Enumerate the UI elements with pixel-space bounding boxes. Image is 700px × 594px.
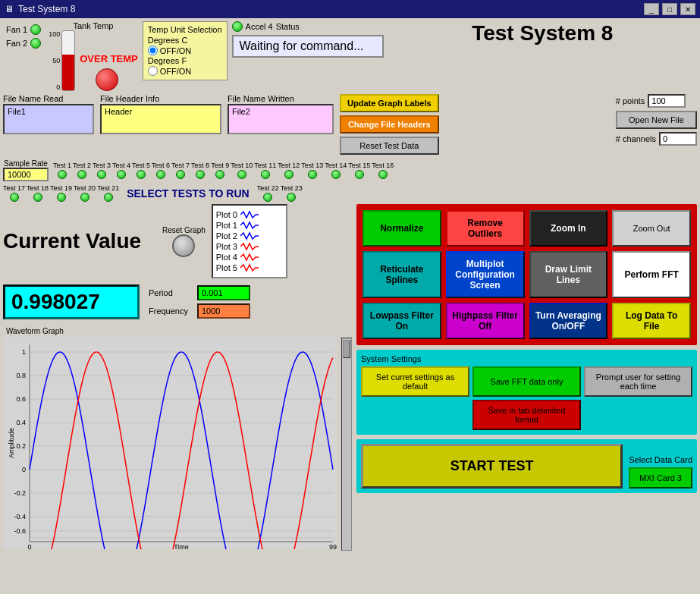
test-item: Test 21 — [97, 184, 119, 203]
file-name-read-label: File Name Read — [3, 94, 94, 103]
svg-text:0.4: 0.4 — [16, 419, 26, 426]
svg-text:99: 99 — [329, 543, 337, 549]
scrollbar-thumb[interactable] — [343, 340, 350, 358]
svg-text:1: 1 — [22, 348, 26, 356]
plot-icon-5 — [240, 263, 259, 272]
svg-text:-0.6: -0.6 — [14, 527, 26, 535]
minimize-button[interactable]: _ — [644, 3, 659, 15]
app-title: Test System 8 — [472, 21, 613, 45]
file-name-written-input[interactable]: File2 — [228, 104, 334, 134]
test-item: Test 20 — [74, 184, 96, 203]
fan1-row: Fan 1 — [6, 24, 41, 35]
thermo-scale: 100 50 0 — [49, 30, 60, 91]
svg-text:-0.4: -0.4 — [14, 513, 26, 520]
reticulate-splines-button[interactable]: Reticulate Splines — [363, 251, 441, 298]
file-name-read-input[interactable]: File1 — [3, 104, 94, 134]
thermometer-body — [61, 30, 75, 91]
period-freq-panel: Period 0.001 Frequency 1000 — [149, 285, 250, 319]
accel-row: Accel 4 Status — [232, 21, 384, 32]
test-item: Test 10 — [231, 162, 253, 180]
log-data-button[interactable]: Log Data To File — [612, 303, 691, 339]
off-on-2-row[interactable]: OFF/ON — [148, 66, 222, 76]
file-header-input[interactable]: Header — [100, 104, 221, 134]
file-name-written-label: File Name Written — [228, 94, 334, 103]
points-input[interactable] — [648, 94, 686, 108]
temp-unit-panel: Temp Unit Selection Degrees C OFF/ON Deg… — [143, 21, 228, 80]
reset-test-data-button[interactable]: Reset Test Data — [340, 137, 439, 155]
main-panel: Fan 1 Fan 2 Tank Temp 100 50 0 OVER TEMP — [0, 18, 700, 594]
temp-c-radio[interactable] — [148, 46, 158, 55]
highpass-filter-button[interactable]: Highpass Filter Off — [446, 303, 525, 339]
graph-scrollbar[interactable] — [341, 338, 352, 551]
off-on-2-label: OFF/ON — [160, 67, 192, 76]
degrees-c-label: Degrees C — [148, 36, 188, 45]
thermometer-panel: Tank Temp 100 50 0 OVER TEMP — [49, 21, 138, 91]
temp-f-radio[interactable] — [148, 66, 158, 76]
over-temp-label: OVER TEMP — [80, 53, 138, 65]
middle-section: Current Value Reset Graph Plot 0 Plot 1 … — [3, 204, 697, 530]
temp-unit-title: Temp Unit Selection — [148, 25, 222, 34]
turn-averaging-button[interactable]: Turn Averaging On/OFF — [529, 303, 608, 339]
zoom-in-button[interactable]: Zoom In — [529, 210, 608, 247]
update-graph-labels-button[interactable]: Update Graph Labels — [340, 94, 439, 112]
file-name-written-group: File Name Written File2 — [228, 94, 334, 134]
waveform-svg: Amplitude 1 0.8 0.6 0.4 0.2 0 -0.2 — [3, 337, 337, 549]
perform-fft-button[interactable]: Perform FFT — [612, 251, 691, 298]
current-value-row: Current Value Reset Graph Plot 0 Plot 1 … — [3, 204, 352, 278]
off-on-1-row[interactable]: OFF/ON — [148, 46, 222, 55]
test-item: Test 14 — [325, 162, 347, 180]
plot-label: Plot 3 — [216, 242, 237, 251]
multiplot-config-button[interactable]: Multiplot Configuration Screen — [446, 251, 525, 298]
title-bar-label: Test System 8 — [18, 4, 644, 14]
freq-value: 1000 — [197, 303, 250, 319]
degrees-f-label: Degrees F — [148, 56, 187, 65]
fan2-label: Fan 2 — [6, 39, 27, 48]
select-data-card-title: Select Data Card — [629, 455, 692, 464]
plot-icon-0 — [240, 210, 259, 219]
select-data-card-panel: Select Data Card MXI Card 3 — [629, 455, 692, 489]
fan2-led — [30, 38, 41, 49]
current-value-label: Current Value — [3, 229, 141, 253]
close-button[interactable]: ✕ — [680, 3, 695, 15]
svg-text:0.6: 0.6 — [16, 395, 26, 403]
sample-rate-panel: Sample Rate — [3, 159, 49, 181]
plot-row-3: Plot 3 — [216, 242, 283, 251]
test-item: Test 6 — [152, 162, 170, 180]
file-header-label: File Header Info — [100, 94, 221, 103]
fan1-led — [30, 24, 41, 35]
freq-row: Frequency 1000 — [149, 303, 250, 319]
sample-rate-input[interactable] — [3, 168, 49, 181]
reset-graph-toggle[interactable] — [172, 234, 195, 257]
test-item: Test 5 — [132, 162, 150, 180]
period-label: Period — [149, 288, 194, 297]
period-value: 0.001 — [197, 285, 250, 300]
start-test-button[interactable]: START TEST — [361, 444, 623, 489]
save-tab-delimited-button[interactable]: Save in tab delimited format — [472, 400, 581, 430]
remove-outliers-button[interactable]: Remove Outliers — [446, 210, 525, 247]
open-new-file-button[interactable]: Open New File — [616, 111, 697, 129]
maximize-button[interactable]: □ — [662, 3, 677, 15]
zoom-out-button[interactable]: Zoom Out — [612, 210, 691, 247]
plot-label: Plot 0 — [216, 210, 237, 219]
svg-text:0.2: 0.2 — [16, 442, 26, 450]
test-item: Test 8 — [191, 162, 209, 180]
title-bar-controls: _ □ ✕ — [644, 3, 695, 15]
plot-label: Plot 2 — [216, 231, 237, 240]
prompt-user-button[interactable]: Prompt user for setting each time — [584, 366, 692, 397]
svg-text:-0.2: -0.2 — [14, 489, 26, 497]
normalize-button[interactable]: Normalize — [363, 210, 441, 247]
channels-input[interactable] — [659, 132, 697, 146]
red-sine-wave — [30, 352, 333, 549]
over-temp-ball — [96, 68, 118, 91]
plot-row-0: Plot 0 — [216, 210, 283, 219]
set-default-button[interactable]: Set curret settings as default — [361, 366, 469, 397]
test-item: Test 12 — [278, 162, 300, 180]
change-file-headers-button[interactable]: Change File Headers — [340, 115, 439, 134]
off-on-1-label: OFF/ON — [160, 46, 192, 55]
mxi-card-button[interactable]: MXI Card 3 — [629, 467, 692, 489]
lowpass-filter-button[interactable]: Lowpass Filter On — [363, 303, 441, 339]
draw-limit-lines-button[interactable]: Draw Limit Lines — [529, 251, 608, 298]
save-fft-button[interactable]: Save FFT data only — [472, 366, 581, 397]
fans-panel: Fan 1 Fan 2 — [3, 21, 44, 52]
plot-icon-4 — [240, 253, 259, 262]
